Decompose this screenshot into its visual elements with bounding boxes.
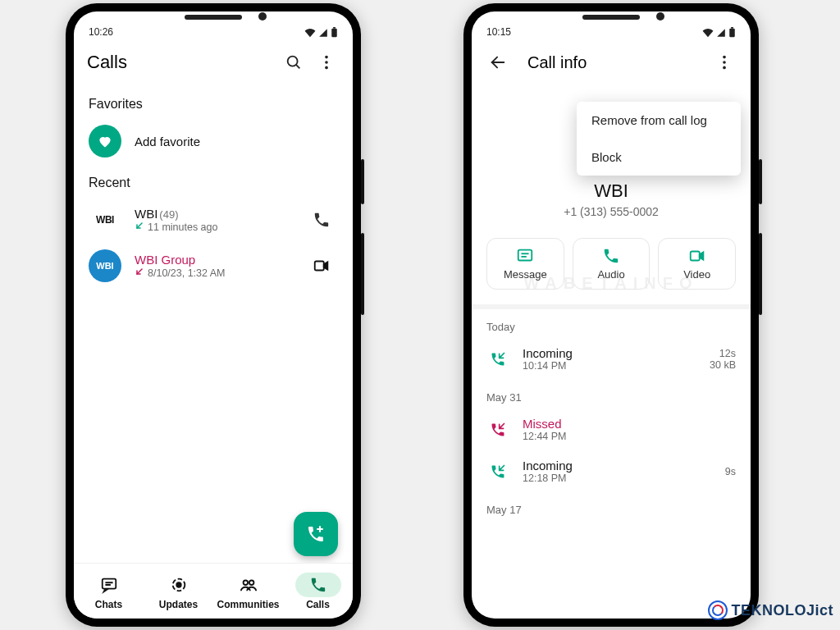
video-action[interactable]: Video [658, 238, 736, 290]
heart-icon [97, 133, 113, 149]
add-call-icon [306, 524, 326, 544]
nav-label: Updates [159, 599, 198, 610]
more-vert-icon [317, 53, 336, 71]
log-section-header: May 17 [472, 492, 751, 521]
message-label: Message [504, 268, 547, 281]
more-button[interactable] [708, 46, 741, 79]
audio-action[interactable]: Audio [573, 238, 651, 290]
call-type-label: Incoming [523, 346, 696, 360]
call-title: WBI(49) [135, 207, 292, 221]
nav-communities[interactable]: Communities [213, 564, 283, 619]
nav-updates[interactable]: Updates [144, 564, 213, 619]
group-avatar: WBI [89, 249, 121, 282]
call-log-row[interactable]: Incoming 12:18 PM 9s [472, 450, 751, 492]
call-icon [602, 247, 620, 265]
phone-frame-left: 10:26 Calls Favorites [66, 3, 361, 627]
search-button[interactable] [277, 46, 310, 79]
page-title: Calls [84, 52, 277, 73]
recent-call-row[interactable]: WBI WBI(49) 11 minutes ago [74, 197, 353, 243]
video-icon [688, 247, 706, 265]
call-type-label: Incoming [523, 459, 712, 472]
earpiece [185, 15, 242, 20]
svg-rect-1 [333, 27, 336, 29]
log-section-header: May 31 [472, 380, 751, 409]
status-icons [702, 27, 736, 38]
battery-icon [728, 27, 736, 38]
call-count: (49) [159, 208, 178, 221]
wifi-icon [304, 28, 316, 38]
signal-icon [716, 28, 726, 38]
recent-list: WBI WBI(49) 11 minutes ago WBI WBI Group… [74, 197, 353, 289]
call-time: 12:18 PM [523, 472, 712, 484]
more-button[interactable] [310, 46, 343, 79]
bottom-nav: ChatsUpdatesCommunitiesCalls [74, 563, 353, 619]
call-time: 10:14 PM [523, 360, 696, 372]
audio-label: Audio [597, 268, 624, 281]
call-log-row[interactable]: Incoming 10:14 PM 12s30 kB [472, 338, 751, 380]
front-camera [258, 12, 267, 21]
screen-right: 10:15 Call info [472, 11, 751, 619]
status-time: 10:26 [89, 26, 113, 38]
svg-rect-9 [315, 262, 324, 271]
contact-actions: Message Audio Video [472, 228, 751, 304]
back-button[interactable] [482, 46, 514, 79]
message-action[interactable]: Message [486, 238, 564, 290]
app-bar: Calls [74, 39, 353, 85]
call-log: Today Incoming 10:14 PM 12s30 kBMay 31 M… [472, 309, 751, 521]
contact-avatar: WBI [89, 203, 121, 236]
signal-icon [318, 28, 328, 38]
nav-calls[interactable]: Calls [283, 564, 353, 619]
call-direction-icon [135, 221, 144, 233]
call-type-icon [486, 351, 509, 368]
svg-line-7 [137, 223, 142, 228]
arrow-back-icon [489, 53, 507, 71]
log-section-header: Today [472, 309, 751, 338]
chat-icon [86, 573, 132, 597]
community-icon [226, 573, 272, 597]
voice-call-button[interactable] [305, 203, 338, 236]
call-icon [295, 573, 341, 597]
call-meta: 9s [725, 466, 736, 477]
video-label: Video [683, 268, 710, 281]
add-favorite-row[interactable]: Add favorite [74, 118, 353, 164]
svg-point-20 [723, 56, 726, 59]
menu-remove-from-log[interactable]: Remove from call log [577, 102, 741, 139]
video-call-button[interactable] [305, 249, 338, 282]
svg-point-4 [325, 56, 328, 59]
status-time: 10:15 [486, 26, 511, 38]
battery-icon [331, 27, 338, 38]
nav-chats[interactable]: Chats [74, 564, 144, 619]
contact-name: WBI [594, 180, 628, 202]
overflow-menu: Remove from call log Block [577, 102, 741, 176]
call-direction-icon [135, 267, 144, 279]
favorites-header: Favorites [74, 85, 353, 118]
call-subtitle: 11 minutes ago [135, 221, 292, 233]
app-bar: Call info [472, 39, 751, 85]
nav-label: Calls [306, 599, 330, 610]
add-favorite-label: Add favorite [135, 135, 338, 148]
svg-point-5 [325, 61, 328, 64]
call-subtitle: 8/10/23, 1:32 AM [135, 267, 292, 279]
svg-point-14 [176, 582, 181, 587]
swirl-icon [708, 600, 728, 620]
wifi-icon [702, 28, 714, 38]
recent-call-row[interactable]: WBI WBI Group 8/10/23, 1:32 AM [74, 243, 353, 289]
screen-left: 10:26 Calls Favorites [74, 11, 353, 619]
nav-label: Communities [217, 599, 279, 610]
svg-rect-18 [731, 27, 733, 29]
svg-point-6 [325, 66, 328, 70]
contact-number: +1 (313) 555-0002 [564, 205, 659, 218]
new-call-fab[interactable] [294, 512, 338, 556]
more-vert-icon [715, 53, 733, 71]
site-watermark: TEKNOLOJict [708, 600, 833, 620]
brand-text: TEKNOLOJict [731, 602, 833, 619]
svg-point-21 [723, 61, 726, 64]
menu-block[interactable]: Block [577, 139, 741, 176]
call-type-icon [486, 463, 509, 480]
call-log-row[interactable]: Missed 12:44 PM [472, 409, 751, 450]
svg-line-3 [296, 65, 299, 68]
front-camera [656, 12, 664, 21]
message-icon [516, 247, 534, 265]
earpiece [582, 15, 640, 20]
add-favorite-avatar [89, 125, 121, 158]
